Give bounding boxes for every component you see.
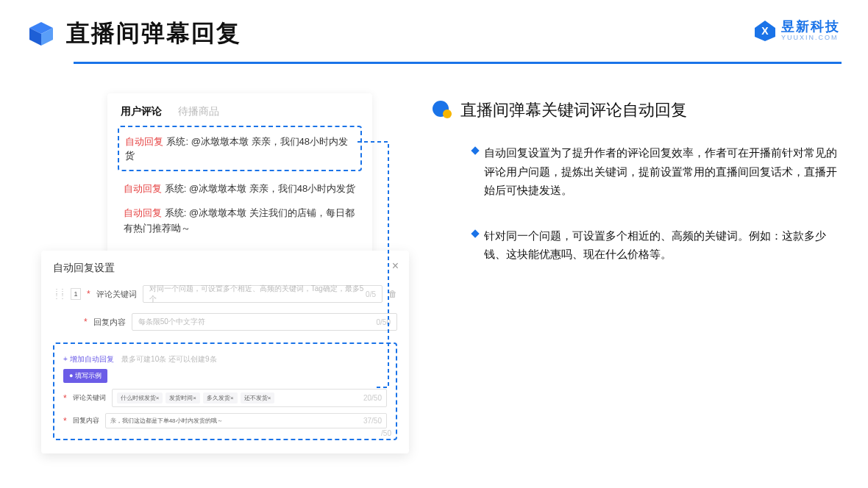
required-dot: *: [87, 289, 90, 299]
comments-panel: 用户评论 待播商品 自动回复 系统: @冰墩墩本墩 亲亲，我们48小时内发货 自…: [107, 93, 372, 256]
comment-highlighted: 自动回复 系统: @冰墩墩本墩 亲亲，我们48小时内发货: [118, 126, 362, 171]
auto-reply-settings-modal: 自动回复设置 × ⋮⋮⋮⋮ 1 * 评论关键词 对同一个问题，可设置多个相近、高…: [41, 251, 409, 453]
svg-point-5: [443, 110, 452, 118]
index-badge: 1: [71, 288, 81, 300]
delete-icon[interactable]: 🗑: [388, 289, 397, 299]
bullet-2: 针对同一个问题，可设置多个相近的、高频的关键词。例如：这款多少钱、这块能优惠吗、…: [472, 226, 842, 264]
bubble-icon: [431, 101, 453, 120]
example-keyword-row: * 评论关键词 什么时候发货× 发货时间× 多久发货× 还不发货× 20/50: [63, 389, 387, 407]
modal-title: 自动回复设置: [53, 262, 115, 273]
bullet-1-text: 自动回复设置为了提升作者的评论回复效率，作者可在开播前针对常见的评论用户问题，提…: [484, 143, 842, 200]
keyword-row: ⋮⋮⋮⋮ 1 * 评论关键词 对同一个问题，可设置多个相近、高频的关键词，Tag…: [53, 285, 397, 303]
auto-reply-label: 自动回复: [125, 136, 163, 147]
tab-pending-goods[interactable]: 待播商品: [178, 105, 219, 118]
bullet-1: 自动回复设置为了提升作者的评论回复效率，作者可在开播前针对常见的评论用户问题，提…: [472, 143, 842, 200]
comments-tabs: 用户评论 待播商品: [118, 105, 362, 126]
add-note: 最多可建10条 还可以创建9条: [121, 355, 216, 363]
add-auto-reply-button[interactable]: + 增加自动回复: [63, 355, 114, 363]
content-label: 回复内容: [93, 317, 126, 328]
diamond-bullet-icon: [471, 229, 479, 237]
example-badge: ● 填写示例: [63, 369, 107, 383]
slide-header: 直播间弹幕回复 X 昱新科技 YUUXIN.COM: [0, 0, 868, 50]
content-row: * 回复内容 每条限50个中文字符 0/50: [53, 313, 397, 331]
tag4[interactable]: 还不发货×: [241, 392, 275, 403]
example-content-input[interactable]: 亲，我们这边都是下单48小时内发货的哦～ 37/50: [105, 413, 387, 428]
bullet-2-text: 针对同一个问题，可设置多个相近的、高频的关键词。例如：这款多少钱、这块能优惠吗、…: [484, 226, 842, 264]
tag2[interactable]: 发货时间×: [166, 392, 200, 403]
tag3[interactable]: 多久发货×: [203, 392, 238, 403]
tab-user-comments[interactable]: 用户评论: [121, 105, 162, 118]
outer-counter: /50: [381, 429, 391, 437]
comment-row-3: 自动回复 系统: @冰墩墩本墩 关注我们的店铺，每日都有热门推荐呦～: [118, 201, 362, 241]
slide-title: 直播间弹幕回复: [66, 18, 241, 50]
text-column: 直播间弹幕关键词评论自动回复 自动回复设置为了提升作者的评论回复效率，作者可在开…: [431, 93, 842, 453]
brand-logo-icon: X: [753, 19, 777, 43]
keyword-label: 评论关键词: [96, 289, 137, 300]
drag-handle-icon[interactable]: ⋮⋮⋮⋮: [53, 290, 65, 298]
right-title: 直播间弹幕关键词评论自动回复: [460, 99, 687, 121]
keyword-input[interactable]: 对同一个问题，可设置多个相近、高频的关键词，Tag确定，最多5个 0/5: [143, 285, 383, 303]
diamond-bullet-icon: [471, 146, 479, 154]
close-icon[interactable]: ×: [392, 259, 399, 273]
brand-block: X 昱新科技 YUUXIN.COM: [753, 19, 840, 43]
brand-name: 昱新科技: [781, 20, 840, 35]
comment-row-2: 自动回复 系统: @冰墩墩本墩 亲亲，我们48小时内发货: [118, 177, 362, 201]
tag1[interactable]: 什么时候发货×: [117, 392, 163, 403]
example-keyword-tags[interactable]: 什么时候发货× 发货时间× 多久发货× 还不发货× 20/50: [112, 389, 387, 407]
content-input[interactable]: 每条限50个中文字符 0/50: [132, 313, 397, 331]
brand-url: YUUXIN.COM: [781, 35, 840, 42]
svg-text:X: X: [761, 25, 769, 37]
example-content-row: * 回复内容 亲，我们这边都是下单48小时内发货的哦～ 37/50: [63, 413, 387, 428]
example-block: + 增加自动回复 最多可建10条 还可以创建9条 ● 填写示例 * 评论关键词 …: [53, 342, 397, 440]
screenshot-column: 用户评论 待播商品 自动回复 系统: @冰墩墩本墩 亲亲，我们48小时内发货 自…: [26, 93, 394, 453]
cube-icon: [26, 19, 56, 49]
